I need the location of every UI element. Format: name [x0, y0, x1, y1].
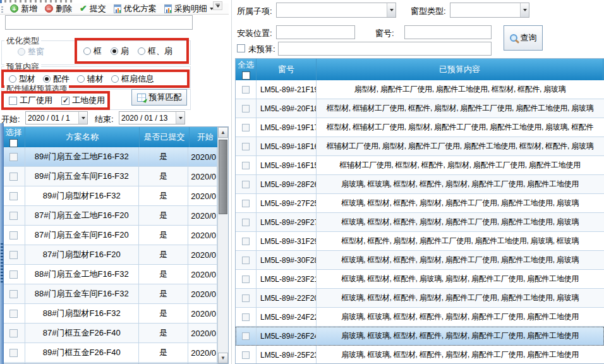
scroll-down-button[interactable]: ▼ [218, 353, 228, 363]
row-checkbox[interactable] [242, 181, 250, 188]
row-checkbox[interactable] [9, 173, 18, 181]
table-row[interactable]: LM5L-89#-27F25 框玻璃, 框型材, 框配件, 扇型材, 扇配件工厂… [236, 194, 604, 213]
unbudgeted-input[interactable] [278, 42, 492, 56]
table-row[interactable]: LM5L-89#-28F26 扇玻璃, 框玻璃, 框型材, 框配件, 扇型材, … [236, 175, 604, 194]
row-checkbox[interactable] [242, 351, 250, 359]
table-row[interactable]: LM5L-89#-20F18 框型材, 框辅材工厂使用, 框配件, 扇型材, 扇… [236, 99, 604, 118]
checkbox-factory-use[interactable]: 工厂使用 [9, 95, 52, 106]
install-position-input[interactable] [276, 25, 355, 39]
checkbox-site-use[interactable]: 工地使用 [61, 95, 105, 106]
select-all-checkbox[interactable] [242, 71, 250, 80]
row-checkbox[interactable] [9, 153, 18, 161]
table-row[interactable]: 88#门扇五金工地F16-F32 是 2020/0 [3, 265, 217, 284]
optimize-plan-button[interactable]: 优化方案 [110, 4, 160, 14]
table-row[interactable]: 88#门框五金F21-F40 是 2020/0 [3, 363, 217, 363]
radio-label: 框 [94, 46, 102, 57]
select-all-checkbox[interactable] [9, 139, 18, 147]
report-icon [114, 4, 121, 13]
table-row[interactable]: LM5L-89#-23F21 框玻璃, 框型材, 框配件, 扇玻璃, 扇型材, … [236, 270, 604, 289]
row-checkbox[interactable] [9, 310, 18, 318]
optimize-plan-label: 优化方案 [124, 3, 157, 15]
row-checkbox[interactable] [242, 294, 250, 302]
row-checkbox[interactable] [242, 276, 250, 283]
dropdown-button[interactable] [78, 112, 87, 124]
start-date-picker[interactable]: 2020 / 01 / 1 [25, 111, 88, 124]
window-no-input[interactable] [404, 25, 492, 39]
filter-input[interactable] [5, 15, 193, 30]
table-row[interactable]: LM5L-89#-29F27 框玻璃, 框型材, 框配件, 扇型材, 扇配件工厂… [236, 213, 604, 232]
table-row[interactable]: LM5L-89#-26F24 扇玻璃, 框玻璃, 框型材, 框配件, 扇型材, … [236, 327, 604, 346]
radio-accessory[interactable]: 配件 [43, 73, 69, 85]
table-row[interactable]: LM5L-89#-19F17 框型材, 框辅材工厂使用, 扇型材, 扇配件工厂使… [236, 118, 604, 137]
purchase-detail-button[interactable]: 采购明细 [160, 4, 217, 14]
plan-table-scrollbar[interactable]: ▲ ▼ [217, 127, 228, 363]
radio-frame-sash-info[interactable]: 框扇信息 [111, 73, 154, 85]
end-date-picker[interactable]: 2020 / 01 / 13 [119, 111, 185, 124]
row-checkbox[interactable] [242, 143, 250, 150]
table-row[interactable]: 87#门扇五金车间F16-F20 是 2020/0 [3, 226, 217, 245]
row-checkbox[interactable] [242, 124, 250, 131]
scroll-up-button[interactable]: ▲ [218, 127, 228, 138]
dropdown-button[interactable] [520, 3, 529, 17]
row-checkbox[interactable] [9, 349, 18, 357]
plan-name-cell: 87#门扇型材F16-F20 [25, 245, 139, 264]
dropdown-button[interactable] [387, 3, 396, 17]
row-checkbox[interactable] [9, 231, 18, 240]
table-row[interactable]: LM5L-89#-31F29 框型材, 框配件, 扇型材, 扇配件工厂使用, 扇… [236, 232, 604, 251]
row-checkbox[interactable] [9, 192, 18, 200]
table-row[interactable]: LM5L-89#-22F20 框玻璃, 框型材, 框配件, 扇型材, 扇配件工厂… [236, 289, 604, 308]
sub-item-combobox[interactable] [276, 3, 396, 18]
table-row[interactable]: LM5L-89#-25F23 扇玻璃, 框玻璃, 框型材, 框配件, 扇型材, … [236, 346, 604, 364]
table-row[interactable]: LM5L-89#-30F28 框玻璃, 框型材, 框配件, 扇型材, 扇配件工厂… [236, 251, 604, 270]
row-checkbox[interactable] [242, 219, 250, 226]
table-row[interactable]: LM5L-89#-24F22 扇玻璃, 框玻璃, 框型材, 框配件, 扇型材, … [236, 308, 604, 327]
row-checkbox[interactable] [242, 257, 250, 264]
table-row[interactable]: LM5L-89#-21F19 扇型材, 扇配件工厂使用, 扇配件工地使用, 框型… [236, 80, 604, 99]
table-row[interactable]: 89#门扇五金车间F16-F32 是 2020/0 [3, 167, 217, 186]
chevron-down-icon [216, 5, 220, 8]
row-checkbox[interactable] [242, 313, 250, 321]
row-checkbox[interactable] [242, 238, 250, 245]
toolbar-overflow-button[interactable] [213, 1, 222, 10]
query-button[interactable]: 查询 [504, 25, 543, 51]
radio-sash[interactable]: 扇 [111, 46, 129, 57]
table-row[interactable]: 89#门扇型材F16-F32 是 2020/0 [3, 186, 217, 206]
row-checkbox[interactable] [242, 332, 250, 340]
radio-profile[interactable]: 型材 [9, 73, 35, 85]
table-row[interactable]: LM5L-89#-18F16 框辅材工厂使用, 扇型材, 扇配件工厂使用, 扇配… [236, 137, 604, 156]
row-checkbox[interactable] [9, 290, 18, 298]
table-row[interactable]: 89#门框五金F26-F40 是 2020/0 [3, 343, 217, 363]
row-checkbox[interactable] [9, 329, 18, 337]
select-cell [3, 363, 25, 363]
dropdown-button[interactable] [176, 112, 184, 124]
table-row[interactable]: 87#门框五金F26-F40 是 2020/0 [3, 324, 217, 343]
add-button[interactable]: + 新增 [6, 4, 41, 14]
radio-frame[interactable]: 框 [83, 46, 102, 57]
collapsed-splitter[interactable] [0, 123, 4, 364]
row-checkbox[interactable] [242, 162, 250, 169]
row-checkbox[interactable] [9, 270, 18, 279]
table-row[interactable]: 87#门扇型材F16-F20 是 2020/0 [3, 245, 217, 265]
budget-match-button[interactable]: 预算匹配 [131, 89, 187, 106]
row-checkbox[interactable] [242, 200, 250, 207]
table-row[interactable]: 88#门扇型材F16-F32 是 2020/0 [3, 304, 217, 324]
table-row[interactable]: 87#门扇五金工地F16-F20 是 2020/0 [3, 206, 217, 226]
header-select: 选择 [3, 127, 25, 147]
radio-frame-sash[interactable]: 框、扇 [138, 46, 172, 57]
table-row[interactable]: LM5L-89#-16F15 框辅材工厂使用, 框型材, 框配件, 扇型材, 扇… [236, 156, 604, 175]
submitted-cell: 是 [139, 245, 189, 264]
row-checkbox[interactable] [9, 251, 18, 259]
row-checkbox[interactable] [9, 212, 18, 220]
delete-button[interactable]: − 删除 [41, 4, 76, 14]
submit-button[interactable]: ✔ 提交 [76, 4, 110, 14]
unbudgeted-checkbox[interactable] [237, 44, 245, 52]
plan-table: 选择 方案名称 是否已提交 开始 89#门扇五金工地F16-F32 是 2020… [2, 126, 229, 364]
toolbar-grip[interactable] [1, 5, 3, 13]
radio-auxiliary[interactable]: 辅材 [77, 73, 104, 85]
row-checkbox[interactable] [242, 86, 250, 94]
row-checkbox[interactable] [242, 105, 250, 112]
window-type-combobox[interactable] [450, 3, 529, 18]
table-row[interactable]: 88#门扇五金车间F16-F32 是 2020/0 [3, 284, 217, 304]
table-row[interactable]: 89#门扇五金工地F16-F32 是 2020/0 [3, 147, 217, 167]
scrollbar-thumb[interactable] [219, 140, 227, 214]
